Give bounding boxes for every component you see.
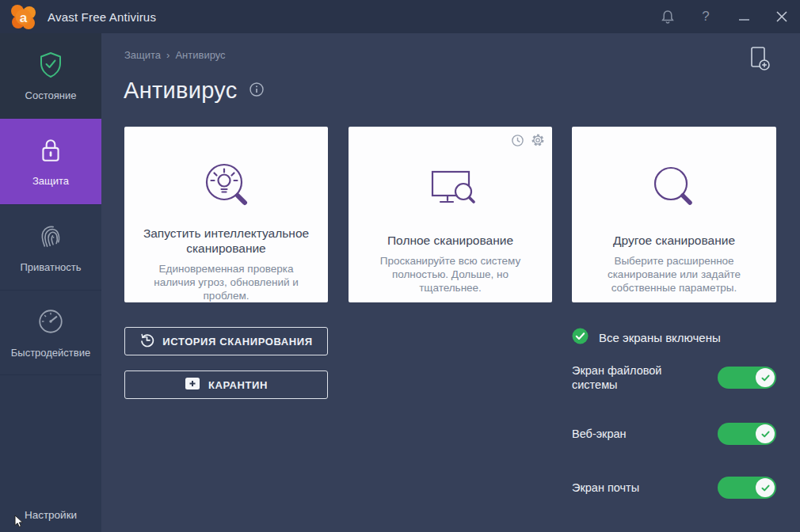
web-shield-row: Веб-экран [572,419,776,466]
other-scan-card[interactable]: Другое сканирование Выберите расширенное… [572,127,776,302]
sidebar-item-privacy[interactable]: Приватность [0,204,101,290]
mouse-cursor [14,515,25,531]
file-shield-toggle[interactable] [718,367,776,389]
file-shield-row: Экран файловой системы [572,363,776,410]
toggle-knob [756,478,775,497]
minimize-button[interactable] [735,8,752,25]
scan-history-button[interactable]: ИСТОРИЯ СКАНИРОВАНИЯ [124,327,328,355]
web-shield-toggle[interactable] [718,423,776,445]
card-title: Полное сканирование [387,233,513,248]
fingerprint-icon [36,222,65,253]
shield-check-icon [38,51,63,82]
app-title: Avast Free Antivirus [48,10,156,24]
full-scan-card[interactable]: Полное сканирование Просканируйте всю си… [349,127,552,302]
sidebar-item-label: Состояние [25,89,77,101]
mail-shield-row: Экран почты [572,473,776,520]
sidebar-item-protection[interactable]: Защита [0,119,101,204]
check-circle-icon [572,328,589,348]
question-glyph: ? [702,9,709,25]
sidebar-item-performance[interactable]: Быстродействие [0,290,101,375]
quarantine-box-icon [185,376,200,394]
lock-icon [38,137,63,167]
svg-text:a: a [20,10,28,25]
breadcrumb-current: Антивирус [175,49,225,61]
toggle-knob [756,368,775,387]
add-device-icon[interactable] [746,44,773,76]
settings-gear-icon[interactable] [531,133,545,147]
toggle-label: Экран почты [572,481,639,496]
breadcrumb-separator: › [166,49,170,61]
status-label: Все экраны включены [599,331,721,344]
sidebar-item-label: Быстродействие [11,347,90,359]
shields-status: Все экраны включены [572,328,721,348]
card-title: Другое сканирование [613,233,735,248]
sidebar: Состояние Защита Приватность [0,33,101,532]
help-icon[interactable]: ? [697,8,714,25]
breadcrumb-parent[interactable]: Защита [124,49,161,61]
breadcrumb: Защита › Антивирус [124,49,226,61]
other-scan-icon [643,147,705,233]
sidebar-item-label: Приватность [20,261,81,273]
quarantine-button[interactable]: КАРАНТИН [124,370,328,399]
close-button[interactable] [773,8,790,25]
avast-logo-icon: a [8,2,38,31]
mail-shield-toggle[interactable] [718,477,776,499]
smart-scan-card[interactable]: Запустить интеллектуальное сканирование … [124,127,328,302]
notifications-bell-icon[interactable] [659,8,676,25]
gauge-icon [36,307,65,339]
toggle-label: Экран файловой системы [572,364,707,392]
info-icon[interactable] [249,82,265,101]
card-description: Выберите расширенное сканирование или за… [586,254,762,294]
titlebar: a Avast Free Antivirus ? [0,0,800,33]
sidebar-item-label: Защита [32,175,69,187]
history-icon [139,332,154,351]
card-description: Просканируйте всю систему полностью. Дол… [363,254,538,294]
button-label: ИСТОРИЯ СКАНИРОВАНИЯ [162,336,312,348]
page-title: Антивирус [124,78,238,104]
main-content: Защита › Антивирус Антивирус [101,33,800,532]
sidebar-item-status[interactable]: Состояние [0,33,101,119]
smart-scan-icon [196,147,257,226]
card-description: Единовременная проверка наличия угроз, о… [139,262,314,302]
toggle-knob [756,424,775,443]
schedule-clock-icon[interactable] [511,133,524,147]
toggle-label: Веб-экран [572,428,627,442]
button-label: КАРАНТИН [208,379,268,391]
full-scan-icon [420,147,482,233]
card-title: Запустить интеллектуальное сканирование [139,226,314,256]
